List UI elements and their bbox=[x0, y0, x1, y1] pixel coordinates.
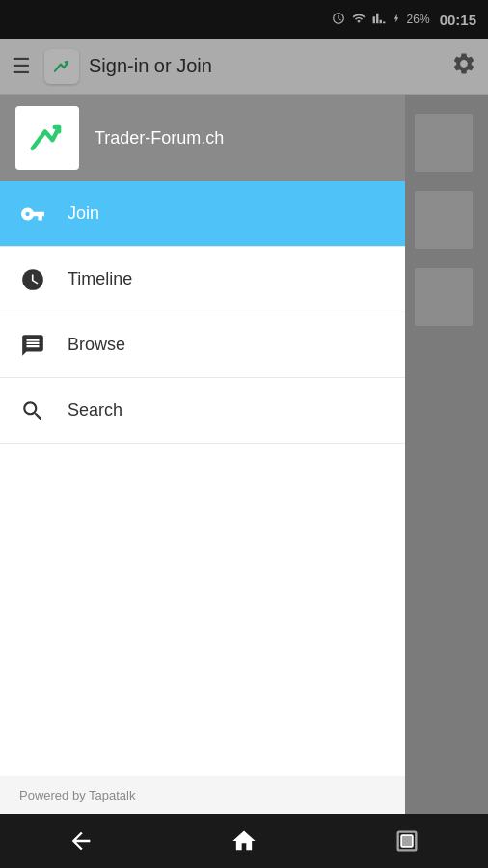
drawer-header: Trader-Forum.ch bbox=[0, 95, 405, 181]
menu-item-search[interactable]: Search bbox=[0, 378, 405, 444]
menu-item-join-label: Join bbox=[68, 203, 99, 224]
clock-icon bbox=[19, 266, 46, 293]
menu-item-browse-label: Browse bbox=[68, 335, 125, 355]
menu-item-join[interactable]: Join bbox=[0, 181, 405, 247]
drawer-menu: Join Timeline Browse bbox=[0, 181, 405, 776]
menu-item-timeline-label: Timeline bbox=[68, 269, 132, 289]
home-button[interactable] bbox=[215, 822, 273, 860]
nav-drawer: Trader-Forum.ch Join Timeline bbox=[0, 95, 405, 814]
menu-item-search-label: Search bbox=[68, 400, 122, 420]
recents-button[interactable] bbox=[378, 822, 436, 860]
key-icon bbox=[19, 201, 46, 228]
powered-by-text: Powered by Tapatalk bbox=[0, 776, 405, 814]
chat-icon bbox=[19, 332, 46, 359]
back-button[interactable] bbox=[52, 822, 110, 860]
menu-item-timeline[interactable]: Timeline bbox=[0, 247, 405, 312]
menu-item-browse[interactable]: Browse bbox=[0, 312, 405, 378]
bottom-navigation bbox=[0, 814, 488, 868]
search-icon bbox=[19, 397, 46, 424]
forum-name: Trader-Forum.ch bbox=[95, 128, 224, 149]
powered-by-label: Powered by Tapatalk bbox=[19, 788, 135, 802]
forum-logo bbox=[15, 106, 79, 170]
